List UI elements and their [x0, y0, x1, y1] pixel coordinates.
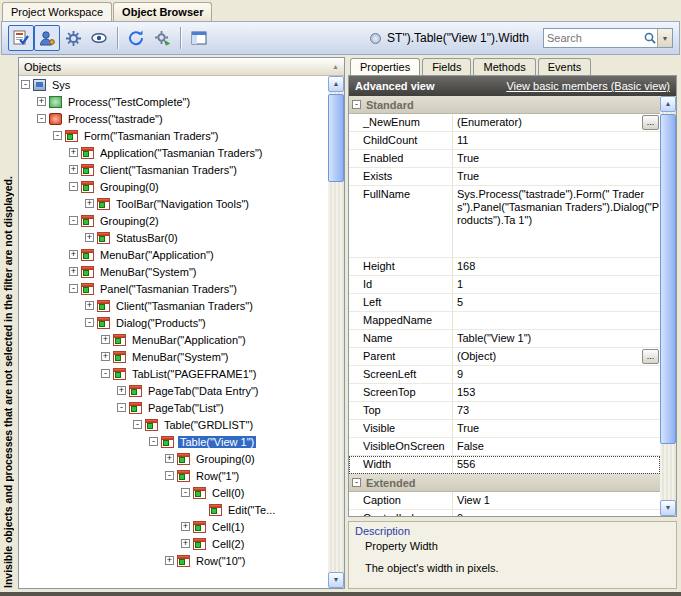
property-row[interactable]: FullName Sys.Process("tastrade").Form(" …	[349, 186, 660, 258]
collapse-icon[interactable]: -	[352, 478, 361, 487]
property-row[interactable]: _NewEnum (Enumerator) ...	[349, 114, 660, 132]
property-row[interactable]: Name Table("View 1")	[349, 330, 660, 348]
tree-node-label[interactable]: Grouping(0)	[98, 181, 161, 193]
property-row[interactable]: Top 73	[349, 402, 660, 420]
tree-node-label[interactable]: Cell(0)	[210, 487, 246, 499]
property-value[interactable]: True	[453, 420, 660, 437]
tree-expander[interactable]: -	[69, 182, 78, 191]
tree-node-label[interactable]: Dialog("Products")	[114, 317, 208, 329]
property-value[interactable]: 11	[453, 132, 660, 149]
tree-row[interactable]: + MenuBar("System")	[19, 263, 328, 280]
tree-expander[interactable]: -	[165, 471, 174, 480]
property-section-header[interactable]: - Extended	[349, 474, 660, 492]
objects-header[interactable]: Objects ▲	[19, 58, 344, 76]
tree-node-label[interactable]: Cell(2)	[210, 538, 246, 550]
tree-expander[interactable]: +	[117, 386, 126, 395]
tree-node-label[interactable]: Grouping(0)	[194, 453, 257, 465]
tab-fields[interactable]: Fields	[422, 58, 471, 75]
property-value[interactable]: 9	[453, 366, 660, 383]
tree-row[interactable]: - PageTab("List")	[19, 399, 328, 416]
property-row[interactable]: Enabled True	[349, 150, 660, 168]
tree-expander[interactable]: +	[85, 233, 94, 242]
tab-methods[interactable]: Methods	[473, 58, 535, 75]
show-object-properties-button[interactable]	[34, 25, 60, 51]
tree-node-label[interactable]: Row("10")	[194, 555, 247, 567]
tree-node-label[interactable]: Cell(1)	[210, 521, 246, 533]
tree-row[interactable]: - Table("View 1")	[19, 433, 328, 450]
tree-expander[interactable]: -	[53, 131, 62, 140]
search-input[interactable]	[544, 32, 643, 44]
grid-scrollbar[interactable]: ▲ ▼	[660, 96, 676, 516]
tree-node-label[interactable]: Sys	[50, 79, 72, 91]
property-value[interactable]: 153	[453, 384, 660, 401]
ellipsis-button[interactable]: ...	[642, 349, 659, 364]
tree-expander[interactable]: -	[21, 80, 30, 89]
property-value[interactable]: 1	[453, 276, 660, 293]
tree-node-label[interactable]: MenuBar("Application")	[130, 334, 248, 346]
property-section-header[interactable]: - Standard	[349, 96, 660, 114]
tree-node-label[interactable]: Process("tastrade")	[66, 113, 165, 125]
tree-node-label[interactable]: MenuBar("System")	[130, 351, 230, 363]
property-row[interactable]: MappedName	[349, 312, 660, 330]
tree-row[interactable]: - Table("GRDLIST")	[19, 416, 328, 433]
tree-row[interactable]: - Grouping(0)	[19, 178, 328, 195]
property-row[interactable]: Visible True	[349, 420, 660, 438]
tree-node-label[interactable]: PageTab("List")	[146, 402, 226, 414]
property-value[interactable]: View 1	[453, 492, 660, 509]
tree-expander[interactable]: -	[181, 488, 190, 497]
tree-node-label[interactable]: StatusBar(0)	[114, 232, 180, 244]
property-value[interactable]: 5	[453, 294, 660, 311]
tree-node-label[interactable]: ToolBar("Navigation Tools")	[114, 198, 251, 210]
tree-node-label[interactable]: Table("View 1")	[178, 436, 256, 448]
tree-row[interactable]: + Row("10")	[19, 552, 328, 569]
tree-row[interactable]: - Panel("Tasmanian Traders")	[19, 280, 328, 297]
property-value[interactable]: True	[453, 168, 660, 185]
tree-scrollbar-thumb[interactable]	[328, 94, 344, 182]
tree-row[interactable]: + Client("Tasmanian Traders")	[19, 161, 328, 178]
property-row[interactable]: Left 5	[349, 294, 660, 312]
property-row[interactable]: Exists True	[349, 168, 660, 186]
tree-expander[interactable]: -	[37, 114, 46, 123]
tree-node-label[interactable]: Client("Tasmanian Traders")	[98, 164, 239, 176]
property-row[interactable]: ScreenTop 153	[349, 384, 660, 402]
collapse-icon[interactable]: -	[352, 100, 361, 109]
tree-node-label[interactable]: PageTab("Data Entry")	[146, 385, 261, 397]
highlight-object-button[interactable]	[8, 25, 34, 51]
panel-layout-button[interactable]	[186, 25, 212, 51]
tree-node-label[interactable]: TabList("PAGEFRAME1")	[130, 368, 258, 380]
tree-expander[interactable]: +	[69, 267, 78, 276]
tree-expander[interactable]: +	[165, 556, 174, 565]
tree-node-label[interactable]: Edit("Te...	[226, 504, 277, 516]
property-value[interactable]: Table("View 1")	[453, 330, 660, 347]
tree-node-label[interactable]: Form("Tasmanian Traders")	[82, 130, 220, 142]
tree-node-label[interactable]: Application("Tasmanian Traders")	[98, 147, 265, 159]
tree-expander[interactable]: -	[69, 284, 78, 293]
tree-expander[interactable]: +	[69, 165, 78, 174]
property-row[interactable]: Id 1	[349, 276, 660, 294]
tree-row[interactable]: + Application("Tasmanian Traders")	[19, 144, 328, 161]
tree-row[interactable]: - Cell(0)	[19, 484, 328, 501]
scroll-down-icon[interactable]: ▼	[660, 500, 676, 516]
refresh-button[interactable]	[123, 25, 149, 51]
property-value[interactable]: 73	[453, 402, 660, 419]
tree-expander[interactable]: +	[101, 352, 110, 361]
property-row[interactable]: Parent (Object) ...	[349, 348, 660, 366]
tab-project-workspace[interactable]: Project Workspace	[2, 2, 112, 21]
tree-row[interactable]: - TabList("PAGEFRAME1")	[19, 365, 328, 382]
tree-expander[interactable]: +	[165, 454, 174, 463]
property-value[interactable]: 0	[453, 510, 660, 516]
scroll-down-icon[interactable]: ▼	[328, 572, 344, 588]
tree-expander[interactable]: -	[85, 318, 94, 327]
tab-properties[interactable]: Properties	[350, 58, 420, 76]
tree-row[interactable]: + Cell(2)	[19, 535, 328, 552]
property-value[interactable]: False	[453, 438, 660, 455]
tree-node-label[interactable]: MenuBar("System")	[98, 266, 198, 278]
property-row[interactable]: Width 556	[349, 456, 660, 474]
tree-row[interactable]: + Client("Tasmanian Traders")	[19, 297, 328, 314]
tree-expander[interactable]: -	[149, 437, 158, 446]
property-value[interactable]: (Enumerator)	[453, 114, 642, 131]
basic-view-link[interactable]: View basic members (Basic view)	[506, 80, 670, 92]
tree-row[interactable]: Edit("Te...	[19, 501, 328, 518]
tree-row[interactable]: + PageTab("Data Entry")	[19, 382, 328, 399]
property-value[interactable]: Sys.Process("tastrade").Form(" Traders")…	[453, 186, 660, 227]
